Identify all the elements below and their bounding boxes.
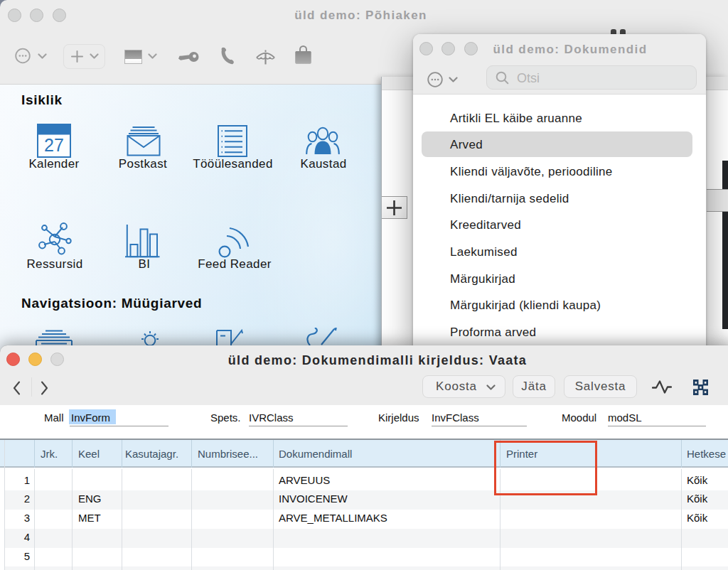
svg-text:27: 27 <box>44 135 64 155</box>
